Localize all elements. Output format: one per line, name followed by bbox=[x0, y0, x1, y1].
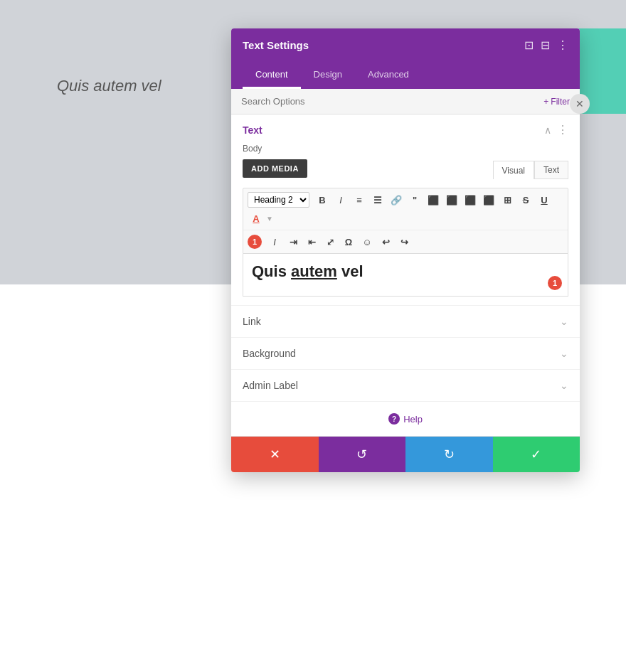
undo-icon: ↺ bbox=[356, 447, 367, 462]
undo-button[interactable]: ↺ bbox=[319, 437, 406, 472]
filter-button[interactable]: + Filter bbox=[543, 97, 570, 107]
admin-label-section-label: Admin Label bbox=[243, 380, 298, 391]
italic2-button[interactable]: I bbox=[266, 233, 283, 250]
redo-toolbar-button[interactable]: ↪ bbox=[396, 233, 413, 250]
section-more-icon[interactable]: ⋮ bbox=[557, 123, 568, 137]
panel-title: Text Settings bbox=[243, 39, 309, 51]
help-label: Help bbox=[403, 414, 423, 425]
link-section[interactable]: Link ⌄ bbox=[231, 305, 580, 337]
panel-header: Text Settings ⊡ ⊟ ⋮ bbox=[231, 28, 580, 62]
canvas-text: Quis autem vel bbox=[57, 77, 161, 95]
underline-button[interactable]: U bbox=[536, 191, 553, 208]
heading-select[interactable]: Heading 2 Heading 1 Heading 3 Paragraph bbox=[248, 192, 309, 208]
ordered-list-button[interactable]: ☰ bbox=[369, 191, 386, 208]
emoji-button[interactable]: ☺ bbox=[359, 233, 376, 250]
admin-label-chevron-icon: ⌄ bbox=[560, 380, 568, 391]
body-label: Body bbox=[243, 144, 568, 154]
unordered-list-button[interactable]: ≡ bbox=[351, 191, 368, 208]
text-settings-panel: ✕ Text Settings ⊡ ⊟ ⋮ Content Design Adv… bbox=[231, 28, 580, 472]
more-options-icon[interactable]: ⋮ bbox=[557, 38, 568, 52]
table-button[interactable]: ⊞ bbox=[499, 191, 516, 208]
search-input[interactable] bbox=[241, 96, 543, 107]
filter-plus-icon: + bbox=[543, 97, 548, 107]
tab-advanced[interactable]: Advanced bbox=[355, 62, 422, 89]
help-row: ? Help bbox=[231, 401, 580, 436]
add-media-button[interactable]: ADD MEDIA bbox=[243, 159, 307, 178]
tab-content[interactable]: Content bbox=[243, 62, 301, 89]
save-icon: ✓ bbox=[531, 447, 541, 462]
admin-label-section[interactable]: Admin Label ⌄ bbox=[231, 369, 580, 401]
editor-toolbar: Heading 2 Heading 1 Heading 3 Paragraph … bbox=[243, 188, 568, 254]
help-icon: ? bbox=[388, 413, 400, 425]
text-section-header: Text ∧ ⋮ bbox=[243, 123, 568, 137]
tab-design[interactable]: Design bbox=[301, 62, 355, 89]
blockquote-button[interactable]: " bbox=[406, 191, 423, 208]
redo-button[interactable]: ↻ bbox=[405, 437, 493, 472]
cancel-icon: ✕ bbox=[270, 447, 280, 462]
panel-close-button[interactable]: ✕ bbox=[570, 94, 590, 114]
background-chevron-icon: ⌄ bbox=[560, 348, 568, 359]
panel-footer: ✕ ↺ ↻ ✓ bbox=[231, 436, 580, 472]
align-center-button[interactable]: ⬛ bbox=[443, 191, 460, 208]
italic-button[interactable]: I bbox=[332, 191, 349, 208]
redo-icon: ↻ bbox=[444, 447, 455, 462]
toolbar-row-1: Heading 2 Heading 1 Heading 3 Paragraph … bbox=[243, 188, 568, 230]
text-section: Text ∧ ⋮ Body ADD MEDIA Visual Text bbox=[231, 114, 580, 305]
visual-toggle-button[interactable]: Visual bbox=[493, 161, 534, 179]
bold-button[interactable]: B bbox=[314, 191, 331, 208]
align-right-button[interactable]: ⬛ bbox=[462, 191, 479, 208]
panel-header-actions: ⊡ ⊟ ⋮ bbox=[524, 38, 568, 52]
background-section[interactable]: Background ⌄ bbox=[231, 337, 580, 369]
help-link[interactable]: ? Help bbox=[388, 413, 423, 425]
search-bar: + Filter bbox=[231, 89, 580, 114]
view-toggle: Visual Text bbox=[493, 161, 568, 179]
viewport-icon[interactable]: ⊡ bbox=[524, 38, 534, 52]
text-section-title: Text bbox=[243, 124, 262, 136]
outdent-button[interactable]: ⇤ bbox=[303, 233, 320, 250]
save-button[interactable]: ✓ bbox=[493, 437, 580, 472]
section-actions: ∧ ⋮ bbox=[544, 123, 568, 137]
special-chars-button[interactable]: Ω bbox=[340, 233, 357, 250]
toolbar-row-2: 1 I ⇥ ⇤ ⤢ Ω ☺ ↩ ↪ bbox=[243, 230, 568, 253]
link-section-label: Link bbox=[243, 316, 261, 327]
panel-tabs: Content Design Advanced bbox=[231, 62, 580, 89]
panel-body: Text ∧ ⋮ Body ADD MEDIA Visual Text bbox=[231, 114, 580, 436]
link-button[interactable]: 🔗 bbox=[388, 191, 405, 208]
link-chevron-icon: ⌄ bbox=[560, 316, 568, 327]
strikethrough-button[interactable]: S bbox=[517, 191, 534, 208]
columns-icon[interactable]: ⊟ bbox=[541, 38, 550, 52]
align-left-button[interactable]: ⬛ bbox=[425, 191, 442, 208]
section-collapse-icon[interactable]: ∧ bbox=[544, 124, 551, 136]
background-section-label: Background bbox=[243, 348, 296, 359]
justify-button[interactable]: ⬛ bbox=[480, 191, 497, 208]
editor-text: Quis autem vel bbox=[252, 262, 364, 280]
text-toggle-button[interactable]: Text bbox=[534, 161, 568, 179]
cancel-button[interactable]: ✕ bbox=[231, 437, 319, 472]
fullscreen-button[interactable]: ⤢ bbox=[322, 233, 339, 250]
toolbar-number-badge: 1 bbox=[248, 235, 262, 249]
word-count-badge: 1 bbox=[548, 276, 562, 290]
undo-toolbar-button[interactable]: ↩ bbox=[377, 233, 394, 250]
color-button[interactable]: A bbox=[248, 210, 265, 227]
indent-button[interactable]: ⇥ bbox=[285, 233, 302, 250]
editor-content-area[interactable]: Quis autem vel 1 bbox=[243, 254, 568, 297]
